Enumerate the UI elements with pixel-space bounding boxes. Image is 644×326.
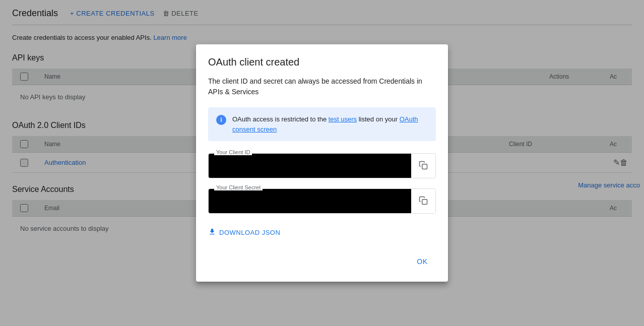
ok-button[interactable]: OK [409,253,436,270]
svg-rect-0 [422,164,427,169]
copy-icon [419,161,428,171]
client-id-label: Your Client ID [214,149,252,155]
info-banner-text: OAuth access is restricted to the test u… [232,114,428,134]
client-id-value [209,154,411,178]
copy-client-secret-dialog-button[interactable] [411,189,435,213]
copy-client-id-dialog-button[interactable] [411,154,435,178]
svg-rect-1 [422,199,427,204]
client-id-field-group: Your Client ID [208,153,436,178]
download-icon [208,228,216,237]
client-secret-value [209,189,411,213]
test-users-link[interactable]: test users [329,115,357,123]
client-secret-field-group: Your Client Secret [208,188,436,214]
info-banner: i OAuth access is restricted to the test… [208,107,436,141]
dialog-body-text: The client ID and secret can always be a… [208,76,436,97]
copy-secret-icon [419,196,428,207]
download-json-button[interactable]: DOWNLOAD JSON [208,224,280,241]
oauth-created-dialog: OAuth client created The client ID and s… [196,44,448,282]
dialog-title: OAuth client created [208,56,436,68]
page-background: Credentials + CREATE CREDENTIALS 🗑 DELET… [0,0,644,326]
client-secret-input-row [208,188,436,214]
modal-overlay: OAuth client created The client ID and s… [0,0,644,326]
dialog-actions: OK [208,253,436,270]
client-secret-label: Your Client Secret [214,184,263,190]
info-icon: i [216,115,226,125]
client-id-input-row [208,153,436,178]
